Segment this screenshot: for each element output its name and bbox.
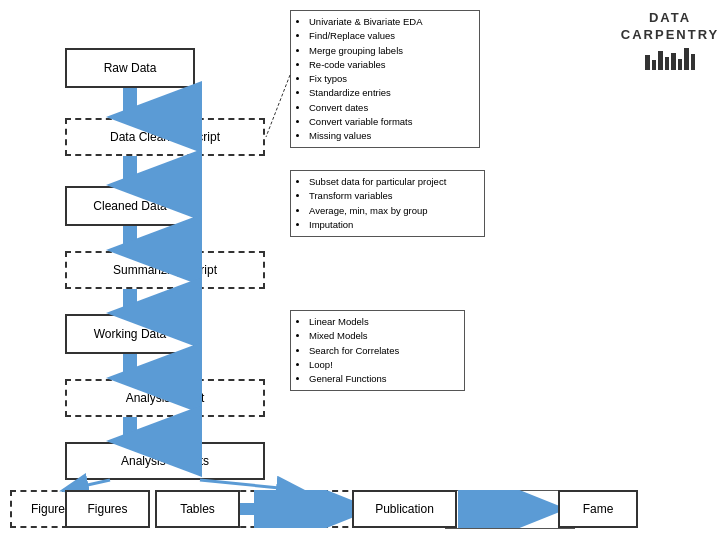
data-cleaning-script-label: Data Cleaning Script <box>110 130 220 144</box>
anal-bullet-1: Linear Models <box>309 315 458 329</box>
sum-bullet-4: Imputation <box>309 218 478 232</box>
publication-box: Publication <box>352 490 457 528</box>
working-data-box: Working Data <box>65 314 195 354</box>
cleaning-bullet-9: Missing values <box>309 129 473 143</box>
sum-bullet-1: Subset data for particular project <box>309 175 478 189</box>
logo-text: DATACARPENTRY <box>621 10 719 44</box>
tables-box: Tables <box>155 490 240 528</box>
analysis-bullets: Linear Models Mixed Models Search for Co… <box>290 310 465 391</box>
workflow-diagram: DATACARPENTRY Raw Data Data Cleaning Scr… <box>0 0 720 540</box>
fame-label: Fame <box>583 502 614 516</box>
arrow-raw-to-cleaning <box>123 88 137 118</box>
working-data-label: Working Data <box>94 327 166 341</box>
summarizing-bullets: Subset data for particular project Trans… <box>290 170 485 237</box>
arrow-summarizing-to-working <box>123 289 137 314</box>
fmt-bullet-2: Table making <box>464 509 568 523</box>
svg-line-8 <box>266 75 290 137</box>
data-cleaning-script-box: Data Cleaning Script <box>65 118 265 156</box>
cleaning-bullet-6: Standardize entries <box>309 86 473 100</box>
svg-line-7 <box>200 480 300 490</box>
sum-bullet-2: Transform variables <box>309 189 478 203</box>
cleaned-data-label: Cleaned Data <box>93 199 166 213</box>
anal-bullet-5: General Functions <box>309 372 458 386</box>
raw-data-label: Raw Data <box>104 61 157 75</box>
analysis-script-label: Analysis Script <box>126 391 205 405</box>
figures-box: Figures <box>65 490 150 528</box>
cleaning-bullets: Univariate & Bivariate EDA Find/Replace … <box>290 10 480 148</box>
sum-bullet-3: Average, min, max by group <box>309 204 478 218</box>
arrow-analysis-to-results <box>123 417 137 442</box>
logo-icon <box>645 46 695 70</box>
svg-line-6 <box>65 480 110 490</box>
anal-bullet-4: Loop! <box>309 358 458 372</box>
summarizing-script-label: Summarizing Script <box>113 263 217 277</box>
logo: DATACARPENTRY <box>630 10 710 70</box>
cleaning-bullet-7: Convert dates <box>309 101 473 115</box>
arrow-cleaned-to-summarizing <box>123 226 137 251</box>
cleaning-bullet-3: Merge grouping labels <box>309 44 473 58</box>
summarizing-script-box: Summarizing Script <box>65 251 265 289</box>
cleaning-bullet-5: Fix typos <box>309 72 473 86</box>
cleaning-bullet-2: Find/Replace values <box>309 29 473 43</box>
fame-box: Fame <box>558 490 638 528</box>
cleaning-bullet-4: Re-code variables <box>309 58 473 72</box>
analysis-results-label: Analysis Results <box>121 454 209 468</box>
analysis-script-box: Analysis Script <box>65 379 265 417</box>
arrow-cleaning-to-cleaned <box>123 156 137 186</box>
tables-label: Tables <box>180 502 215 516</box>
publication-label: Publication <box>375 502 434 516</box>
formatting-bullets: Plotting Table making <box>445 490 575 529</box>
fmt-bullet-1: Plotting <box>464 495 568 509</box>
raw-data-box: Raw Data <box>65 48 195 88</box>
analysis-results-box: Analysis Results <box>65 442 265 480</box>
cleaning-bullet-8: Convert variable formats <box>309 115 473 129</box>
cleaning-bullet-1: Univariate & Bivariate EDA <box>309 15 473 29</box>
anal-bullet-2: Mixed Models <box>309 329 458 343</box>
arrow-working-to-analysis <box>123 354 137 379</box>
cleaned-data-box: Cleaned Data <box>65 186 195 226</box>
figures-label: Figures <box>87 502 127 516</box>
anal-bullet-3: Search for Correlates <box>309 344 458 358</box>
